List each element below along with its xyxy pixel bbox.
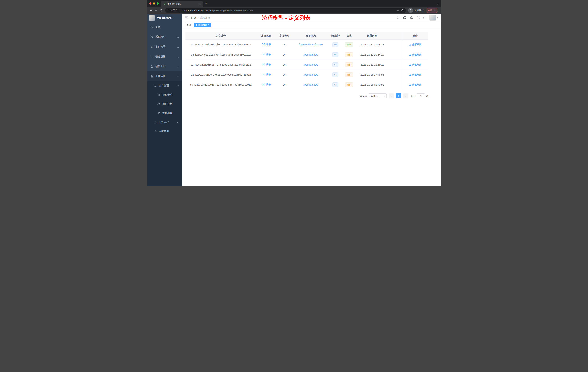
prev-page-button[interactable]: ‹ xyxy=(389,93,394,98)
update-label: 更新 xyxy=(428,9,432,12)
back-button[interactable] xyxy=(148,8,154,13)
definition-name-link[interactable]: OA 请假 xyxy=(262,73,271,76)
definition-name-link[interactable]: OA 请假 xyxy=(262,53,271,56)
form-info-link[interactable]: /bpm/oa/flow xyxy=(304,63,318,66)
definition-name-link[interactable]: OA 请假 xyxy=(262,43,271,46)
goto-page-input[interactable] xyxy=(417,93,425,98)
password-key-icon[interactable] xyxy=(396,9,399,12)
browser-tab[interactable]: 芋道管理系统 × xyxy=(161,1,203,7)
url-text: dashboard.yudao.iocoder.cn/bpm/manager/d… xyxy=(182,9,394,12)
sidebar-item-system[interactable]: 系统管理 xyxy=(147,32,182,42)
window-zoom-button[interactable] xyxy=(157,2,159,5)
table-row: oa_leave:1:482ec033-762a-11ec-8477-a2380… xyxy=(185,80,428,90)
browser-toolbar: 不安全 dashboard.yudao.iocoder.cn/bpm/manag… xyxy=(147,7,441,14)
version-badge: v4 xyxy=(332,52,338,57)
tab-search-chevron-icon[interactable] xyxy=(437,2,439,5)
status-badge: 激活 xyxy=(345,42,353,47)
chevron-down-icon xyxy=(178,55,179,58)
cell-definition-id: oa_leave:3:1fad3d93-7b75-11ec-a3c8-acde4… xyxy=(185,60,256,69)
search-icon[interactable] xyxy=(397,16,400,19)
help-icon[interactable] xyxy=(410,16,413,19)
dashboard-icon xyxy=(150,26,153,29)
sidebar-item-leave-query[interactable]: 请假查询 xyxy=(147,127,182,136)
tag-close-icon[interactable]: × xyxy=(208,24,210,26)
new-tab-button[interactable]: + xyxy=(203,1,210,5)
fullscreen-icon[interactable] xyxy=(417,16,420,19)
total-count: 共 5 条 xyxy=(360,94,367,98)
page-number-button[interactable]: 1 xyxy=(396,93,401,98)
sidebar-item-task-management[interactable]: 任务管理 xyxy=(147,118,182,127)
text-size-icon[interactable]: tT xyxy=(423,16,426,19)
assign-rule-button[interactable]: 分配规则 xyxy=(409,83,422,86)
sidebar-item-process-management[interactable]: 流程管理 xyxy=(147,81,182,90)
logo-title: 芋道管理系统 xyxy=(157,16,172,20)
cell-deploy-time: 2022-01-22 19:19:11 xyxy=(356,60,388,69)
sidebar-item-user-group[interactable]: 用户分组 xyxy=(147,99,182,109)
breadcrumb-home[interactable]: 首页 xyxy=(191,16,196,20)
bookmark-star-icon[interactable] xyxy=(401,9,404,12)
window-close-button[interactable] xyxy=(149,2,151,5)
definition-table: 定义编号 定义名称 定义分类 表单信息 流程版本 状态 部署时间 操作 oa_l… xyxy=(185,32,428,90)
form-info-link[interactable]: /bpm/oa/flow xyxy=(304,73,318,76)
assign-rule-button[interactable]: 分配规则 xyxy=(409,63,422,66)
active-dot-icon xyxy=(196,24,197,26)
breadcrumb: 首页 / 流程定义 xyxy=(191,16,210,20)
chevron-up-icon xyxy=(178,84,179,87)
form-info-link[interactable]: /bpm/oa/leave/create xyxy=(299,43,323,46)
yen-icon: ¥ xyxy=(150,45,153,48)
assign-rule-button[interactable]: 分配规则 xyxy=(409,43,422,46)
browser-update-button[interactable]: 更新 ⋮ xyxy=(426,8,438,13)
address-bar[interactable]: 不安全 dashboard.yudao.iocoder.cn/bpm/manag… xyxy=(165,8,406,13)
tab-favicon-leaf-icon xyxy=(163,2,166,5)
user-avatar[interactable] xyxy=(430,15,436,21)
cell-definition-id: oa_leave:4:991f2193-7b7f-11ec-a3c8-acde4… xyxy=(185,50,256,59)
main-area: 首页 / 流程定义 流程模型 - 定义列表 tT ▾ xyxy=(182,14,441,186)
user-icon xyxy=(409,44,411,46)
table-header-row: 定义编号 定义名称 定义分类 表单信息 流程版本 状态 部署时间 操作 xyxy=(185,32,428,40)
page-size-select[interactable]: 10条/页 ▾ xyxy=(369,93,387,98)
user-icon xyxy=(154,130,157,133)
chevron-down-icon xyxy=(178,35,179,38)
sidebar: 芋道管理系统 首页 系统管理 ¥ 支付管理 基础设施 xyxy=(147,14,182,186)
sidebar-logo[interactable]: 芋道管理系统 xyxy=(147,14,182,22)
cell-definition-id: oa_leave:1:482ec033-762a-11ec-8477-a2380… xyxy=(185,80,256,89)
cell-category: OA xyxy=(276,50,293,59)
form-info-link[interactable]: /bpm/oa/flow xyxy=(304,53,318,56)
github-icon[interactable] xyxy=(403,16,406,19)
definition-name-link[interactable]: OA 请假 xyxy=(262,63,271,66)
form-info-link[interactable]: /bpm/oa/flow xyxy=(304,83,318,86)
pagination: 共 5 条 10条/页 ▾ ‹ 1 › 前往 页 xyxy=(185,93,428,98)
tag-process-definition[interactable]: 流程定义 × xyxy=(194,22,211,27)
window-minimize-button[interactable] xyxy=(153,2,155,5)
browser-menu-dots-icon[interactable]: ⋮ xyxy=(434,9,436,12)
cell-deploy-time: 2022-01-22 21:48:38 xyxy=(356,40,388,50)
reload-button[interactable] xyxy=(159,8,164,13)
definition-name-link[interactable]: OA 请假 xyxy=(262,83,271,86)
hamburger-icon[interactable] xyxy=(185,16,188,19)
user-icon xyxy=(409,54,411,56)
list-icon xyxy=(154,84,157,87)
page-annotation-title: 流程模型 - 定义列表 xyxy=(262,14,311,22)
next-page-button[interactable]: › xyxy=(403,93,408,98)
assign-rule-button[interactable]: 分配规则 xyxy=(409,53,422,56)
briefcase-icon xyxy=(150,75,153,78)
clipboard-icon xyxy=(154,121,157,124)
sidebar-item-payment[interactable]: ¥ 支付管理 xyxy=(147,42,182,52)
assign-rule-button[interactable]: 分配规则 xyxy=(409,73,422,76)
sidebar-item-home[interactable]: 首页 xyxy=(147,22,182,32)
version-badge: v1 xyxy=(332,82,338,87)
forward-button[interactable] xyxy=(154,8,159,13)
sidebar-item-process-form[interactable]: 流程表单 xyxy=(147,90,182,99)
cell-deploy-time: 2022-01-22 20:34:10 xyxy=(356,50,388,59)
table-row: oa_leave:2:3c1f0ef1-76b1-11ec-9c66-a2380… xyxy=(185,70,428,80)
tab-close-icon[interactable]: × xyxy=(199,2,201,5)
user-menu[interactable]: ▾ xyxy=(430,15,438,21)
page-content: 定义编号 定义名称 定义分类 表单信息 流程版本 状态 部署时间 操作 oa_l… xyxy=(182,28,441,186)
security-label: 不安全 xyxy=(171,9,178,12)
sidebar-item-infrastructure[interactable]: 基础设施 xyxy=(147,52,182,62)
security-warning[interactable]: 不安全 xyxy=(168,9,178,12)
sidebar-item-workflow[interactable]: 工作流程 xyxy=(147,71,182,81)
sidebar-item-devtools[interactable]: 研发工具 xyxy=(147,62,182,71)
sidebar-item-process-model[interactable]: 流程模型 xyxy=(147,109,182,118)
tag-home[interactable]: 首页 xyxy=(185,22,193,27)
